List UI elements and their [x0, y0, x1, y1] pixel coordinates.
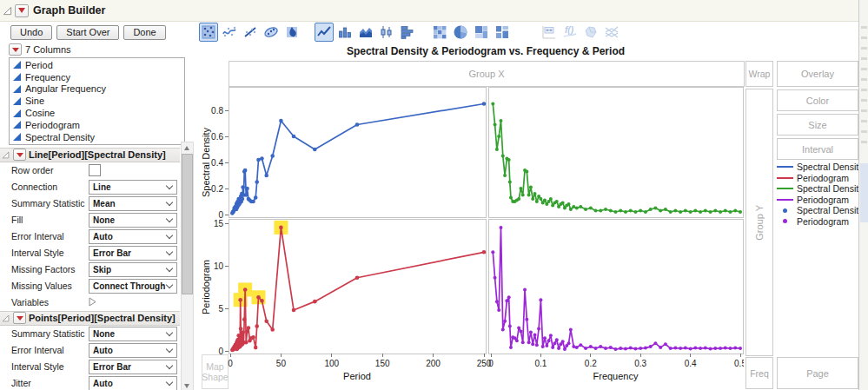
data-point[interactable] [739, 347, 742, 350]
data-point[interactable] [594, 347, 598, 350]
data-point[interactable] [495, 300, 499, 303]
outline-disclosure-icon[interactable] [2, 151, 10, 159]
data-point[interactable] [517, 197, 520, 201]
data-point[interactable] [497, 308, 500, 312]
data-point[interactable] [505, 299, 508, 302]
drop-zone-group-y[interactable]: Group Y [745, 89, 773, 356]
data-point[interactable] [644, 347, 647, 350]
data-point[interactable] [664, 342, 667, 346]
data-point[interactable] [242, 317, 247, 321]
red-triangle-menu-button[interactable] [13, 312, 26, 324]
data-point[interactable] [279, 119, 283, 123]
data-point[interactable] [260, 156, 264, 161]
data-point[interactable] [531, 197, 534, 201]
data-point[interactable] [589, 345, 593, 348]
data-point[interactable] [659, 209, 662, 213]
data-point[interactable] [521, 340, 525, 344]
data-point[interactable] [501, 328, 505, 332]
interval-style-dropdown[interactable]: Error Bar [89, 246, 177, 261]
data-point[interactable] [251, 335, 255, 340]
data-point[interactable] [355, 122, 360, 127]
summary-statistic-dropdown[interactable]: None [89, 327, 177, 341]
legend-item-periodogram-1[interactable]: Periodogram [777, 173, 867, 184]
data-point[interactable] [533, 192, 537, 195]
fill-dropdown[interactable]: None [89, 213, 177, 228]
data-point[interactable] [264, 319, 268, 323]
data-point[interactable] [733, 209, 737, 213]
jitter-dropdown[interactable]: Auto [89, 376, 177, 390]
error-interval-dropdown[interactable]: Auto [89, 229, 177, 244]
data-point[interactable] [539, 298, 542, 301]
drop-zone-freq[interactable]: Freq [745, 357, 773, 389]
data-point[interactable] [519, 187, 522, 190]
scrollbar-thumb[interactable] [182, 154, 193, 294]
data-point[interactable] [243, 288, 248, 292]
data-point[interactable] [669, 210, 673, 214]
data-point[interactable] [270, 327, 275, 332]
data-point[interactable] [241, 330, 245, 334]
interval-style-dropdown[interactable]: Error Bar [89, 360, 177, 374]
data-point[interactable] [491, 102, 494, 106]
graph-type-area-button[interactable] [356, 23, 375, 42]
drop-zone-size[interactable]: Size [777, 114, 858, 136]
data-point[interactable] [525, 318, 528, 321]
data-point[interactable] [541, 345, 545, 348]
data-point[interactable] [256, 158, 261, 162]
data-point[interactable] [594, 209, 598, 213]
data-point[interactable] [264, 174, 268, 178]
data-point[interactable] [653, 207, 657, 210]
data-point[interactable] [251, 200, 255, 204]
data-point[interactable] [684, 347, 687, 350]
data-point[interactable] [499, 226, 502, 229]
data-point[interactable] [255, 180, 259, 184]
drop-zone-color[interactable]: Color [777, 89, 858, 111]
graph-type-mosaic-button[interactable] [493, 23, 512, 42]
data-point[interactable] [545, 344, 548, 347]
data-point[interactable] [684, 209, 687, 213]
drop-zone-overlay[interactable]: Overlay [777, 61, 858, 87]
data-point[interactable] [729, 210, 732, 214]
data-point[interactable] [704, 209, 707, 213]
data-point[interactable] [589, 207, 593, 210]
data-point[interactable] [644, 210, 647, 214]
legend-item-periodogram-5[interactable]: Periodogram [777, 216, 867, 228]
data-point[interactable] [507, 295, 511, 299]
data-point[interactable] [509, 346, 513, 349]
data-point[interactable] [713, 347, 717, 350]
data-point[interactable] [699, 347, 702, 350]
data-point[interactable] [549, 334, 553, 337]
data-point[interactable] [539, 197, 542, 201]
data-point[interactable] [241, 185, 245, 189]
missing-values-dropdown[interactable]: Connect Through [89, 279, 177, 294]
expand-disclosure-icon[interactable] [89, 297, 96, 307]
data-point[interactable] [567, 341, 571, 345]
scroll-down-arrow-icon[interactable] [182, 380, 191, 390]
data-point[interactable] [604, 208, 607, 211]
connection-dropdown[interactable]: Line [89, 180, 177, 195]
data-point[interactable] [733, 347, 737, 350]
data-point[interactable] [624, 210, 627, 214]
data-point[interactable] [724, 347, 727, 350]
data-point[interactable] [709, 210, 712, 214]
red-triangle-menu-button[interactable] [13, 149, 26, 161]
data-point[interactable] [739, 210, 742, 214]
outline-disclosure-icon[interactable] [2, 314, 10, 322]
data-point[interactable] [572, 345, 575, 348]
data-point[interactable] [244, 340, 248, 345]
data-point[interactable] [238, 336, 242, 340]
data-point[interactable] [604, 347, 607, 350]
graph-type-smoother-button[interactable] [220, 23, 239, 42]
column-item-spectral-density[interactable]: Spectral Density [10, 131, 184, 143]
data-point[interactable] [569, 208, 573, 211]
data-point[interactable] [241, 197, 245, 202]
data-point[interactable] [679, 347, 682, 350]
section-header-points-period-spectral-density[interactable]: Points[Period][Spectral Density] [0, 311, 180, 326]
data-point[interactable] [527, 194, 531, 197]
data-point[interactable] [639, 209, 642, 213]
data-point[interactable] [527, 340, 531, 344]
undo-button[interactable]: Undo [10, 25, 52, 40]
column-item-sine[interactable]: Sine [10, 95, 184, 107]
data-point[interactable] [713, 209, 717, 213]
data-point[interactable] [693, 347, 697, 350]
summary-statistic-dropdown[interactable]: Mean [89, 196, 177, 211]
